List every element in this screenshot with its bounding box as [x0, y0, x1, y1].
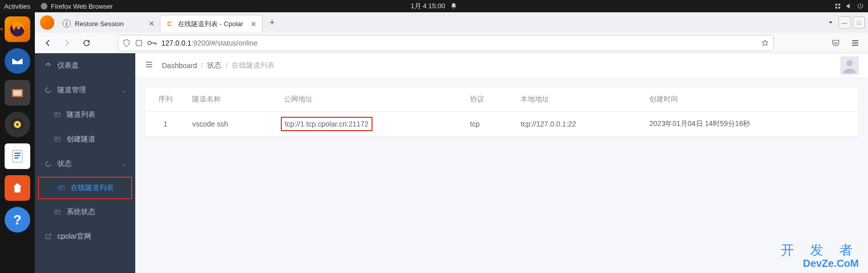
- bookmark-star-icon[interactable]: [761, 39, 769, 47]
- breadcrumb-dashboard[interactable]: Dashboard: [162, 61, 197, 70]
- chevron-down-icon: ⌄: [121, 161, 126, 167]
- clock[interactable]: 1月 4 15:00: [410, 2, 445, 11]
- sidebar-item-tunnel-create[interactable]: 创建隧道: [35, 127, 135, 152]
- maximize-button[interactable]: □: [853, 16, 865, 29]
- cell-created: 2023年01月04日 14时59分16秒: [643, 112, 858, 137]
- dock-ubuntu-software[interactable]: [5, 175, 30, 201]
- dock-help[interactable]: ?: [5, 207, 30, 233]
- cell-name: vscode ssh: [186, 112, 278, 137]
- breadcrumb-separator: /: [201, 61, 203, 70]
- col-seq: 序列: [145, 88, 186, 112]
- circle-notch-icon: [44, 160, 52, 168]
- arrow-right-icon: [63, 38, 72, 48]
- dock-files[interactable]: [5, 80, 30, 106]
- svg-point-18: [846, 60, 853, 66]
- sidebar-label: 隧道列表: [67, 110, 95, 119]
- tab-strip: i Restore Session ✕ C 在线隧道列表 - Cpolar ✕ …: [35, 12, 868, 33]
- dock-thunderbird[interactable]: [5, 48, 30, 74]
- svg-rect-12: [136, 40, 142, 46]
- col-public: 公网地址: [278, 88, 464, 112]
- tab-overflow-button[interactable]: [823, 19, 838, 26]
- external-link-icon: [44, 233, 52, 241]
- speaker-icon: [10, 117, 25, 132]
- tab-title: 在线隧道列表 - Cpolar: [178, 19, 243, 29]
- dock-libreoffice-writer[interactable]: [5, 143, 30, 169]
- breadcrumb-separator: /: [225, 61, 228, 70]
- activities-button[interactable]: Activities: [4, 3, 30, 10]
- minimize-button[interactable]: ―: [838, 16, 851, 29]
- cell-proto: tcp: [464, 112, 514, 137]
- files-icon: [10, 86, 25, 100]
- sidebar-item-tunnel-mgmt[interactable]: 隧道管理 ⌄: [35, 78, 135, 102]
- cell-public: tcp://1.tcp.cpolar.cn:21172: [278, 112, 464, 137]
- url-bar[interactable]: 127.0.0.1:9200/#/status/online: [118, 35, 774, 51]
- hamburger-icon: [851, 38, 860, 48]
- breadcrumb-status[interactable]: 状态: [207, 61, 221, 70]
- sidebar-item-system-status[interactable]: 系统状态: [35, 200, 135, 224]
- page-content: 仪表盘 隧道管理 ⌄ 隧道列表 创建隧道 状态 ⌄ 在线隧: [35, 53, 868, 273]
- sidebar-label: 隧道管理: [57, 86, 86, 95]
- col-proto: 协议: [464, 88, 514, 112]
- cpolar-sidebar: 仪表盘 隧道管理 ⌄ 隧道列表 创建隧道 状态 ⌄ 在线隧: [35, 53, 135, 273]
- user-avatar[interactable]: [840, 56, 859, 75]
- permissions-icon[interactable]: [135, 39, 143, 47]
- firefox-small-icon: [40, 3, 48, 10]
- tab-restore-session[interactable]: i Restore Session ✕: [57, 15, 160, 32]
- sidebar-item-dashboard[interactable]: 仪表盘: [35, 53, 135, 78]
- sidebar-item-status[interactable]: 状态 ⌄: [35, 152, 135, 176]
- system-status-area[interactable]: [834, 3, 864, 10]
- navigation-toolbar: 127.0.0.1:9200/#/status/online: [35, 33, 868, 53]
- forward-button[interactable]: [58, 34, 76, 52]
- sidebar-item-online-tunnels[interactable]: 在线隧道列表: [38, 177, 132, 199]
- reload-button[interactable]: [78, 34, 95, 52]
- shopping-bag-icon: [11, 181, 24, 195]
- highlighted-public-url: tcp://1.tcp.cpolar.cn:21172: [281, 117, 373, 131]
- svg-rect-4: [13, 90, 22, 96]
- svg-point-0: [41, 3, 48, 10]
- svg-rect-10: [14, 155, 20, 156]
- notification-bell-icon[interactable]: [450, 3, 458, 10]
- info-icon: i: [63, 19, 71, 28]
- sidebar-item-cpolar-site[interactable]: cpolar官网: [35, 224, 135, 249]
- new-tab-button[interactable]: +: [264, 15, 280, 30]
- tunnel-table: 序列 隧道名称 公网地址 协议 本地地址 创建时间 1 vscode ssh t: [144, 87, 859, 137]
- breadcrumb-current: 在线隧道列表: [232, 61, 275, 70]
- network-icon: [834, 3, 841, 10]
- back-button[interactable]: [39, 34, 56, 52]
- key-icon: [147, 39, 157, 47]
- arrow-left-icon: [43, 38, 52, 48]
- table-icon: [53, 208, 61, 216]
- save-to-pocket-button[interactable]: [827, 34, 844, 52]
- svg-rect-16: [59, 186, 65, 190]
- document-icon: [10, 149, 25, 163]
- sidebar-item-tunnel-list[interactable]: 隧道列表: [35, 102, 135, 127]
- shield-icon[interactable]: [122, 39, 131, 47]
- cpolar-main: Dashboard / 状态 / 在线隧道列表 序列 隧道名称: [135, 53, 868, 273]
- col-name: 隧道名称: [186, 88, 278, 112]
- sidebar-toggle-button[interactable]: [144, 60, 155, 71]
- close-tab-icon[interactable]: ✕: [251, 20, 257, 28]
- help-icon: ?: [13, 212, 22, 228]
- table-header-row: 序列 隧道名称 公网地址 协议 本地地址 创建时间: [145, 88, 858, 112]
- ubuntu-dock: ?: [0, 12, 35, 273]
- tab-cpolar[interactable]: C 在线隧道列表 - Cpolar ✕: [160, 15, 262, 32]
- table-icon: [53, 135, 61, 143]
- close-tab-icon[interactable]: ✕: [149, 19, 155, 28]
- gauge-icon: [44, 61, 52, 70]
- active-app-indicator[interactable]: Firefox Web Browser: [40, 3, 113, 10]
- table-row[interactable]: 1 vscode ssh tcp://1.tcp.cpolar.cn:21172…: [145, 112, 858, 137]
- dock-firefox[interactable]: [5, 16, 30, 42]
- chevron-down-icon: ⌄: [121, 87, 126, 94]
- chevron-down-icon: [827, 19, 834, 26]
- url-text: 127.0.0.1:9200/#/status/online: [161, 39, 258, 47]
- dock-rhythmbox[interactable]: [5, 112, 30, 137]
- svg-rect-17: [55, 210, 60, 214]
- avatar-icon: [840, 56, 859, 75]
- cell-seq: 1: [145, 112, 186, 137]
- watermark-line1: 开 发 者: [781, 243, 859, 258]
- cpolar-favicon: C: [166, 20, 174, 28]
- app-menu-button[interactable]: [846, 34, 864, 52]
- watermark: 开 发 者 DevZe.CoM: [781, 243, 859, 269]
- svg-rect-15: [55, 137, 60, 141]
- svg-rect-9: [14, 153, 20, 154]
